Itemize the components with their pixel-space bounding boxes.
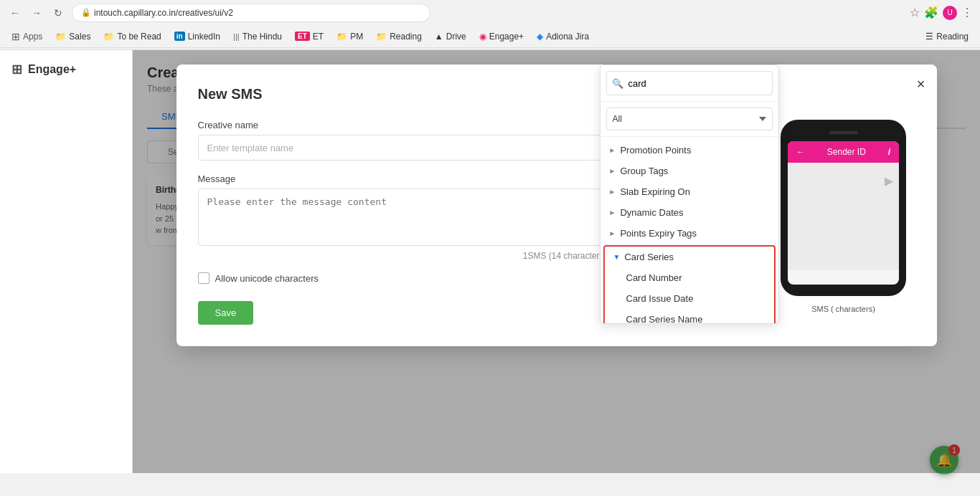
dropdown-list: ► Promotion Points ► Group Tags ► Slab E… bbox=[600, 137, 778, 323]
reading-list-button[interactable]: ☰ Reading bbox=[920, 29, 974, 44]
dropdown-arrow-points-expiry: ► bbox=[609, 229, 616, 237]
bookmark-to-be-read-label: To be Read bbox=[117, 32, 161, 42]
dropdown-search-icon: 🔍 bbox=[612, 78, 623, 89]
unicode-checkbox-label: Allow unicode characters bbox=[215, 273, 319, 284]
pm-folder-icon: 📁 bbox=[336, 32, 347, 42]
reading-list-label: Reading bbox=[936, 32, 969, 42]
modal: × New SMS Creative name Message + Add la… bbox=[176, 65, 937, 346]
dropdown-panel: 🔍 All Points Tags Dates bbox=[600, 65, 779, 324]
sales-folder-icon: 📁 bbox=[55, 32, 66, 42]
phone-screen: ← Sender ID i ▶ bbox=[788, 141, 899, 285]
bookmark-the-hindu[interactable]: ||| The Hindu bbox=[227, 29, 288, 44]
bookmark-apps[interactable]: ⊞ Apps bbox=[6, 29, 48, 44]
bookmark-the-hindu-label: The Hindu bbox=[242, 32, 282, 42]
creative-name-input[interactable] bbox=[198, 135, 607, 161]
bookmark-adiona[interactable]: ◆ Adiona Jira bbox=[531, 29, 595, 44]
phone-body: ▶ bbox=[788, 163, 899, 270]
bookmark-sales-label: Sales bbox=[69, 32, 90, 42]
bookmark-apps-label: Apps bbox=[23, 32, 42, 42]
the-hindu-icon: ||| bbox=[233, 32, 240, 41]
dropdown-label-card-issue-date: Card Issue Date bbox=[626, 293, 694, 304]
modal-overlay: × New SMS Creative name Message + Add la… bbox=[133, 50, 980, 473]
phone-speaker bbox=[829, 131, 858, 134]
menu-icon[interactable]: ⋮ bbox=[961, 6, 973, 19]
dropdown-search-wrap: 🔍 bbox=[606, 71, 773, 95]
bookmark-et[interactable]: ET ET bbox=[289, 29, 329, 44]
bookmark-drive-label: Drive bbox=[446, 32, 466, 42]
to-be-read-folder-icon: 📁 bbox=[103, 32, 114, 42]
phone-sender-id: Sender ID bbox=[827, 147, 866, 157]
message-textarea[interactable] bbox=[198, 189, 607, 246]
sidebar: ⊞ Engage+ bbox=[0, 50, 133, 473]
grid-icon[interactable]: ⊞ bbox=[11, 62, 22, 77]
dropdown-arrow-promotion-points: ► bbox=[609, 146, 616, 154]
nav-back-button[interactable]: ← bbox=[7, 5, 23, 21]
sms-count: 1SMS (14 characters) bbox=[198, 251, 607, 261]
dropdown-item-dynamic-dates[interactable]: ► Dynamic Dates bbox=[600, 202, 778, 223]
bookmark-reading-label: Reading bbox=[390, 32, 422, 42]
bookmarks-bar: ⊞ Apps 📁 Sales 📁 To be Read in LinkedIn … bbox=[0, 25, 980, 48]
nav-forward-button[interactable]: → bbox=[29, 5, 44, 21]
bookmark-reading[interactable]: 📁 Reading bbox=[370, 29, 428, 44]
modal-body: Creative name Message + Add label 1SMS (… bbox=[198, 120, 915, 325]
dropdown-item-promotion-points[interactable]: ► Promotion Points bbox=[600, 140, 778, 161]
dropdown-label-slab-expiring: Slab Expiring On bbox=[620, 186, 690, 197]
address-bar[interactable]: 🔒 intouch.capillary.co.in/creatives/ui/v… bbox=[72, 4, 430, 22]
dropdown-item-slab-expiring[interactable]: ► Slab Expiring On bbox=[600, 181, 778, 202]
dropdown-subitem-card-number[interactable]: Card Number bbox=[605, 267, 774, 288]
dropdown-item-group-tags[interactable]: ► Group Tags bbox=[600, 161, 778, 181]
reading-folder-icon: 📁 bbox=[376, 32, 387, 42]
dropdown-arrow-card-series: ▼ bbox=[613, 253, 621, 261]
et-icon: ET bbox=[295, 32, 310, 41]
bookmark-sales[interactable]: 📁 Sales bbox=[50, 29, 96, 44]
linkedin-icon: in bbox=[174, 32, 185, 41]
bookmark-engage-label: Engage+ bbox=[489, 32, 524, 42]
dropdown-label-card-series: Card Series bbox=[624, 252, 674, 262]
bookmark-pm[interactable]: 📁 PM bbox=[331, 29, 369, 44]
bookmark-drive[interactable]: ▲ Drive bbox=[429, 29, 472, 44]
dropdown-label-points-expiry: Points Expiry Tags bbox=[620, 228, 697, 239]
phone-send-arrow-icon: ▶ bbox=[885, 174, 893, 188]
dropdown-filter: All Points Tags Dates bbox=[600, 102, 778, 137]
dropdown-filter-select[interactable]: All Points Tags Dates bbox=[606, 108, 773, 130]
engage-icon: ◉ bbox=[479, 32, 486, 42]
nav-refresh-button[interactable]: ↻ bbox=[50, 5, 66, 21]
browser-addressbar: ← → ↻ 🔒 intouch.capillary.co.in/creative… bbox=[0, 0, 980, 25]
apps-icon: ⊞ bbox=[11, 31, 20, 42]
save-button[interactable]: Save bbox=[198, 301, 254, 325]
main-content: ⊞ Engage+ Creatives These are pre- SMS 🔍… bbox=[0, 50, 980, 473]
dropdown-subitem-card-series-name[interactable]: Card Series Name bbox=[605, 309, 774, 323]
bookmark-to-be-read[interactable]: 📁 To be Read bbox=[98, 29, 166, 44]
phone-frame: ← Sender ID i ▶ bbox=[781, 120, 906, 296]
dropdown-arrow-dynamic-dates: ► bbox=[609, 209, 616, 216]
dropdown-search-input[interactable] bbox=[606, 71, 773, 95]
dropdown-search: 🔍 bbox=[600, 65, 778, 102]
sidebar-logo: ⊞ Engage+ bbox=[0, 62, 88, 92]
star-icon[interactable]: ☆ bbox=[910, 6, 920, 19]
page-background: Creatives These are pre- SMS 🔍 Birthday … bbox=[133, 50, 980, 473]
extensions-icon[interactable]: 🧩 bbox=[924, 6, 938, 19]
dropdown-item-card-series[interactable]: ▼ Card Series bbox=[605, 247, 774, 267]
phone-back-icon: ← bbox=[796, 147, 805, 157]
bookmark-pm-label: PM bbox=[350, 32, 363, 42]
bookmark-engage[interactable]: ◉ Engage+ bbox=[473, 29, 529, 44]
browser-right-icons: ☆ 🧩 U ⋮ bbox=[910, 6, 973, 20]
dropdown-item-points-expiry[interactable]: ► Points Expiry Tags bbox=[600, 223, 778, 244]
adiona-icon: ◆ bbox=[537, 32, 543, 42]
dropdown-label-card-series-name: Card Series Name bbox=[626, 314, 703, 323]
phone-footer: SMS ( characters) bbox=[811, 305, 875, 313]
modal-close-button[interactable]: × bbox=[917, 76, 925, 92]
bookmark-linkedin-label: LinkedIn bbox=[188, 32, 220, 42]
dropdown-card-series-section: ▼ Card Series Card Number Card Issue Dat… bbox=[603, 245, 776, 323]
dropdown-arrow-slab-expiring: ► bbox=[609, 188, 616, 196]
reading-list-icon: ☰ bbox=[925, 32, 933, 42]
bookmark-linkedin[interactable]: in LinkedIn bbox=[169, 29, 226, 44]
modal-title: New SMS bbox=[198, 86, 915, 102]
profile-avatar[interactable]: U bbox=[943, 6, 957, 20]
dropdown-label-promotion-points: Promotion Points bbox=[620, 145, 691, 156]
unicode-checkbox[interactable] bbox=[198, 272, 209, 284]
dropdown-subitem-card-issue-date[interactable]: Card Issue Date bbox=[605, 288, 774, 309]
bookmark-et-label: ET bbox=[313, 32, 324, 42]
url-text: intouch.capillary.co.in/creatives/ui/v2 bbox=[94, 8, 233, 18]
modal-right: ← Sender ID i ▶ bbox=[772, 120, 915, 325]
